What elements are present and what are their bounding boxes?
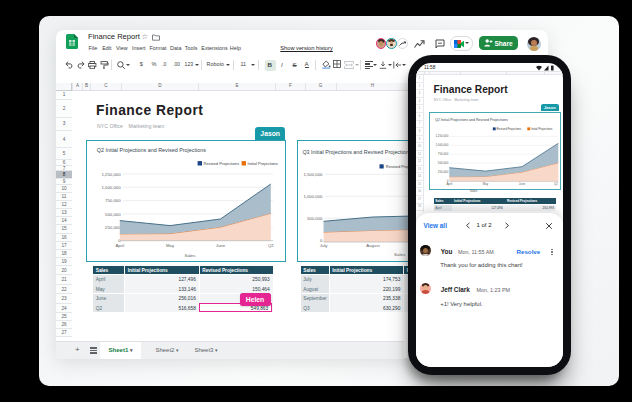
svg-text:May: May (166, 242, 175, 247)
svg-text:Q3 Initial Projections and Rev: Q3 Initial Projections and Revised Proje… (303, 149, 412, 155)
svg-text:Q2: Q2 (554, 182, 558, 186)
svg-text:500,000: 500,000 (438, 161, 449, 165)
svg-text:June: June (216, 242, 226, 247)
svg-text:Q2 Initial Projections and Rev: Q2 Initial Projections and Revised Proje… (97, 146, 206, 152)
svg-text:Q2 Initial Projections and Rev: Q2 Initial Projections and Revised Proje… (435, 118, 508, 122)
svg-text:750,000: 750,000 (105, 198, 121, 203)
svg-text:Revised Projections: Revised Projections (204, 161, 239, 166)
svg-text:Sales: Sales (394, 252, 406, 257)
svg-text:April: April (446, 182, 452, 186)
svg-text:1,000,000: 1,000,000 (102, 185, 122, 190)
svg-text:250,000: 250,000 (105, 225, 121, 230)
svg-text:Initial Projections: Initial Projections (248, 161, 278, 166)
svg-text:500,000: 500,000 (105, 211, 121, 216)
svg-text:1,250,000: 1,250,000 (102, 171, 122, 176)
svg-text:May: May (483, 182, 489, 186)
svg-text:750,000: 750,000 (438, 152, 449, 156)
svg-text:1,250,000: 1,250,000 (435, 134, 448, 138)
svg-text:1,500,000: 1,500,000 (304, 172, 324, 177)
svg-text:Initial Projections: Initial Projections (531, 127, 553, 131)
svg-text:Sales: Sales (185, 252, 197, 257)
svg-text:Q2: Q2 (268, 242, 274, 247)
svg-text:August: August (367, 242, 381, 247)
svg-text:April: April (116, 242, 125, 247)
svg-text:July: July (320, 242, 328, 247)
svg-text:1,000,000: 1,000,000 (435, 143, 448, 147)
svg-text:500,000: 500,000 (307, 216, 323, 221)
svg-text:250,000: 250,000 (438, 170, 449, 174)
svg-text:1,000,000: 1,000,000 (304, 194, 324, 199)
svg-text:June: June (519, 182, 526, 186)
svg-text:Revised Projections: Revised Projections (496, 127, 521, 131)
